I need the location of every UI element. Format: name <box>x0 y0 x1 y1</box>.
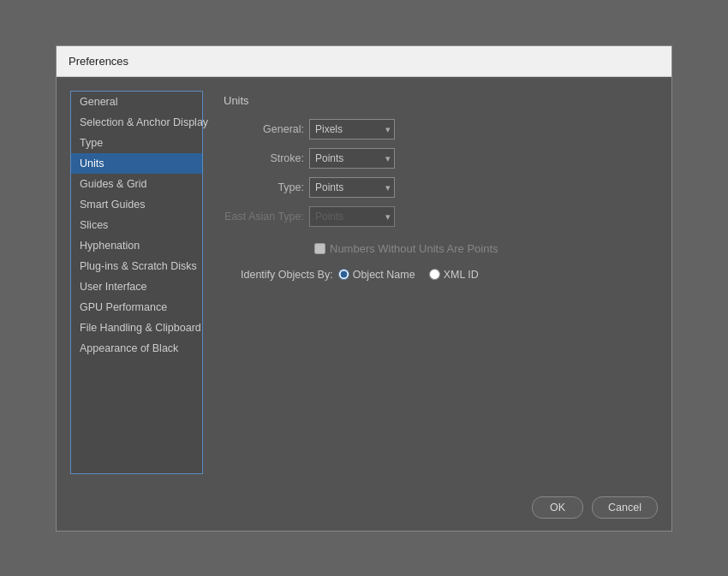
identify-objects-row: Identify Objects By: Object Name XML ID <box>224 269 651 281</box>
sidebar-item-selection-anchor[interactable]: Selection & Anchor Display <box>71 112 202 133</box>
radio-object-name-text: Object Name <box>353 269 415 281</box>
stroke-select[interactable]: Points Pixels Picas Inches Millimeters C… <box>309 148 395 169</box>
sidebar: General Selection & Anchor Display Type … <box>70 91 203 474</box>
radio-object-name-label[interactable]: Object Name <box>338 269 415 281</box>
sidebar-item-guides-grid[interactable]: Guides & Grid <box>71 174 202 194</box>
east-asian-select-wrapper: Points <box>309 206 395 227</box>
dialog-title-bar: Preferences <box>57 46 671 77</box>
type-row: Type: Points Pixels Picas Inches Millime… <box>224 177 651 198</box>
section-title: Units <box>224 94 651 107</box>
stroke-row: Stroke: Points Pixels Picas Inches Milli… <box>224 148 651 169</box>
type-select-wrapper: Points Pixels Picas Inches Millimeters C… <box>309 177 395 198</box>
sidebar-item-general[interactable]: General <box>71 92 202 112</box>
stroke-label: Stroke: <box>224 152 309 164</box>
content-area: Units General: Pixels Points Picas Inche… <box>217 91 658 474</box>
dialog-body: General Selection & Anchor Display Type … <box>57 77 671 488</box>
numbers-units-label: Numbers Without Units Are Points <box>330 242 498 255</box>
cancel-button[interactable]: Cancel <box>592 496 658 519</box>
sidebar-item-units[interactable]: Units <box>71 153 202 174</box>
east-asian-row: East Asian Type: Points <box>224 206 651 227</box>
sidebar-item-user-interface[interactable]: User Interface <box>71 276 202 297</box>
numbers-units-checkbox[interactable] <box>314 243 325 254</box>
sidebar-item-gpu-performance[interactable]: GPU Performance <box>71 297 202 318</box>
radio-xml-id-text: XML ID <box>444 269 479 281</box>
general-select-wrapper: Pixels Points Picas Inches Millimeters C… <box>309 119 395 140</box>
sidebar-item-file-handling[interactable]: File Handling & Clipboard <box>71 318 202 338</box>
stroke-select-wrapper: Points Pixels Picas Inches Millimeters C… <box>309 148 395 169</box>
sidebar-item-type[interactable]: Type <box>71 133 202 153</box>
radio-xml-id-label[interactable]: XML ID <box>429 269 479 281</box>
radio-xml-id[interactable] <box>429 269 440 280</box>
preferences-dialog: Preferences General Selection & Anchor D… <box>56 45 672 531</box>
sidebar-item-slices[interactable]: Slices <box>71 215 202 235</box>
type-label: Type: <box>224 181 309 193</box>
general-label: General: <box>224 123 309 135</box>
sidebar-item-plugins[interactable]: Plug-ins & Scratch Disks <box>71 256 202 276</box>
sidebar-item-appearance-black[interactable]: Appearance of Black <box>71 338 202 359</box>
ok-button[interactable]: OK <box>532 496 583 519</box>
numbers-units-row: Numbers Without Units Are Points <box>314 242 651 255</box>
east-asian-select[interactable]: Points <box>309 206 395 227</box>
east-asian-label: East Asian Type: <box>224 211 309 223</box>
identify-label: Identify Objects By: <box>241 269 333 281</box>
general-row: General: Pixels Points Picas Inches Mill… <box>224 119 651 140</box>
dialog-title: Preferences <box>69 55 128 68</box>
sidebar-item-smart-guides[interactable]: Smart Guides <box>71 194 202 215</box>
general-select[interactable]: Pixels Points Picas Inches Millimeters C… <box>309 119 395 140</box>
type-select[interactable]: Points Pixels Picas Inches Millimeters C… <box>309 177 395 198</box>
radio-object-name[interactable] <box>338 269 349 280</box>
dialog-footer: OK Cancel <box>57 488 671 531</box>
sidebar-item-hyphenation[interactable]: Hyphenation <box>71 235 202 256</box>
